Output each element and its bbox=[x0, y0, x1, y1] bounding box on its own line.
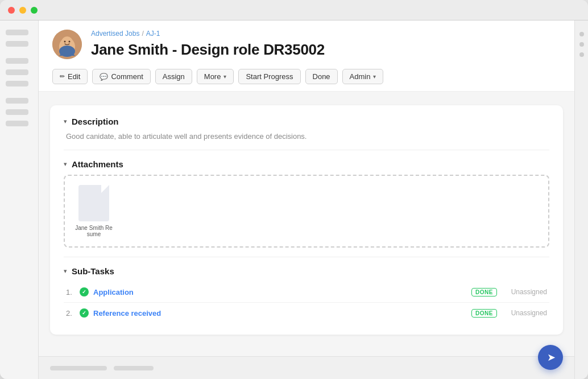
app-window: Advertised Jobs / AJ-1 Jane Smith - Desi… bbox=[0, 0, 588, 379]
right-dot-1 bbox=[579, 32, 584, 36]
subtask-item-2: 2. ✓ Reference received DONE Unassigned bbox=[64, 303, 549, 323]
attachments-collapse-icon[interactable]: ▾ bbox=[64, 160, 67, 168]
divider-2 bbox=[64, 257, 549, 257]
done-button[interactable]: Done bbox=[305, 69, 338, 84]
subtasks-section-header: ▾ Sub-Tasks bbox=[64, 266, 549, 276]
file-item[interactable]: Jane Smith Resume bbox=[74, 185, 114, 237]
subtask-status-icon-1: ✓ bbox=[80, 287, 89, 296]
maximize-button[interactable] bbox=[31, 7, 38, 14]
edit-label: Edit bbox=[68, 72, 80, 81]
subtask-item: 1. ✓ Application DONE Unassigned bbox=[64, 282, 549, 303]
breadcrumb-separator: / bbox=[142, 30, 143, 38]
more-chevron-icon: ▾ bbox=[223, 73, 226, 80]
admin-chevron-icon: ▾ bbox=[373, 73, 376, 80]
avatar bbox=[52, 30, 82, 59]
attachments-dropzone[interactable]: Jane Smith Resume bbox=[64, 175, 549, 248]
left-sidebar bbox=[0, 20, 39, 379]
check-icon-2: ✓ bbox=[82, 310, 86, 316]
subtasks-title: Sub-Tasks bbox=[72, 266, 114, 276]
right-dot-2 bbox=[579, 42, 584, 47]
content-area: ▾ Description Good canidate, able to art… bbox=[39, 92, 574, 356]
bottom-bar bbox=[39, 356, 574, 379]
description-text: Good canidate, able to articulate well a… bbox=[64, 132, 549, 141]
paper-plane-icon: ➤ bbox=[547, 351, 556, 364]
attachments-title: Attachments bbox=[72, 159, 123, 169]
assign-button[interactable]: Assign bbox=[155, 69, 192, 84]
breadcrumb: Advertised Jobs / AJ-1 bbox=[91, 30, 561, 38]
description-section-header: ▾ Description bbox=[64, 117, 549, 126]
right-dot-3 bbox=[579, 52, 584, 57]
file-icon bbox=[78, 185, 109, 221]
breadcrumb-current[interactable]: AJ-1 bbox=[146, 30, 160, 38]
file-name: Jane Smith Resume bbox=[74, 225, 114, 237]
description-collapse-icon[interactable]: ▾ bbox=[64, 118, 67, 125]
attachments-section-header: ▾ Attachments bbox=[64, 159, 549, 169]
close-button[interactable] bbox=[8, 7, 15, 14]
svg-point-4 bbox=[69, 41, 71, 43]
subtask-badge-1: DONE bbox=[471, 288, 497, 296]
minimize-button[interactable] bbox=[19, 7, 26, 14]
bottom-line-2 bbox=[114, 366, 154, 370]
bottom-line-1 bbox=[50, 366, 107, 370]
admin-button[interactable]: Admin ▾ bbox=[342, 69, 384, 84]
subtask-num-2: 2. bbox=[66, 309, 75, 318]
pencil-icon: ✏ bbox=[60, 73, 65, 80]
start-progress-button[interactable]: Start Progress bbox=[238, 69, 300, 84]
title-bar bbox=[0, 0, 588, 20]
main-area: Advertised Jobs / AJ-1 Jane Smith - Desi… bbox=[39, 20, 574, 379]
subtask-assignee-2: Unassigned bbox=[502, 309, 547, 317]
check-icon-1: ✓ bbox=[82, 289, 86, 295]
comment-button[interactable]: 💬 Comment bbox=[92, 69, 150, 84]
breadcrumb-parent[interactable]: Advertised Jobs bbox=[91, 30, 139, 38]
toolbar: ✏ Edit 💬 Comment Assign More ▾ bbox=[52, 69, 561, 91]
fab-button[interactable]: ➤ bbox=[538, 345, 563, 370]
subtask-status-icon-2: ✓ bbox=[80, 308, 89, 318]
comment-label: Comment bbox=[111, 72, 143, 81]
more-label: More bbox=[204, 72, 221, 81]
svg-point-3 bbox=[64, 41, 66, 43]
subtask-assignee-1: Unassigned bbox=[502, 288, 547, 296]
edit-button[interactable]: ✏ Edit bbox=[52, 69, 88, 84]
header-section: Advertised Jobs / AJ-1 Jane Smith - Desi… bbox=[39, 20, 574, 92]
done-label: Done bbox=[313, 72, 330, 81]
subtask-badge-2: DONE bbox=[471, 309, 497, 318]
main-card: ▾ Description Good canidate, able to art… bbox=[50, 105, 563, 335]
start-progress-label: Start Progress bbox=[246, 72, 293, 81]
assign-label: Assign bbox=[163, 72, 185, 81]
description-title: Description bbox=[72, 117, 119, 126]
page-title: Jane Smith - Design role DR35002 bbox=[91, 41, 561, 59]
subtasks-list: 1. ✓ Application DONE Unassigned 2. ✓ bbox=[64, 282, 549, 323]
admin-label: Admin bbox=[350, 72, 371, 81]
divider-1 bbox=[64, 150, 549, 150]
subtasks-collapse-icon[interactable]: ▾ bbox=[64, 267, 67, 275]
more-button[interactable]: More ▾ bbox=[197, 69, 234, 84]
subtask-name-1[interactable]: Application bbox=[93, 288, 467, 296]
subtask-name-2[interactable]: Reference received bbox=[93, 309, 467, 318]
subtask-num-1: 1. bbox=[66, 288, 75, 296]
comment-icon: 💬 bbox=[100, 73, 108, 81]
right-sidebar bbox=[574, 20, 588, 379]
